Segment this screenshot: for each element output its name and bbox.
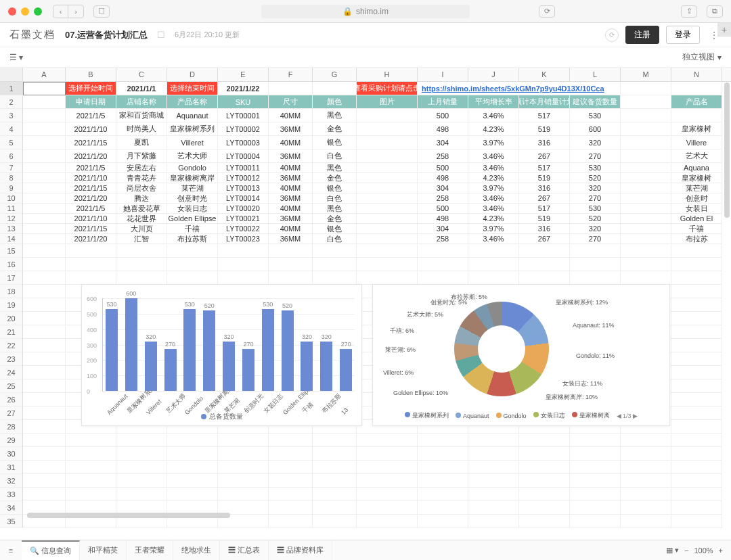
empty-cell[interactable] xyxy=(313,488,357,501)
data-cell[interactable] xyxy=(23,183,66,193)
col-header-F[interactable]: F xyxy=(269,68,313,81)
data-cell[interactable]: 大川页 xyxy=(116,224,167,234)
empty-cell[interactable] xyxy=(23,366,66,379)
data-cell[interactable]: 3.97% xyxy=(468,183,519,193)
sheet-tab[interactable]: 绝地求生 xyxy=(173,540,220,560)
data-cell[interactable]: 花花世界 xyxy=(116,214,167,224)
data-cell[interactable]: 304 xyxy=(418,136,468,149)
empty-cell[interactable] xyxy=(671,339,722,352)
data-cell[interactable] xyxy=(621,173,671,183)
data-cell[interactable]: 夏凯 xyxy=(116,136,167,149)
row-header[interactable]: 11 xyxy=(0,204,23,214)
empty-cell[interactable] xyxy=(313,244,357,258)
empty-cell[interactable] xyxy=(269,258,313,271)
data-cell[interactable]: 304 xyxy=(418,183,468,193)
row-header[interactable]: 4 xyxy=(0,122,23,136)
end-date-label[interactable]: 选择结束时间 xyxy=(167,82,218,95)
data-cell[interactable] xyxy=(23,163,66,173)
header-cell[interactable]: 尺寸 xyxy=(269,95,313,109)
purchase-plan-label[interactable]: 查看采购计划请点击 xyxy=(357,82,418,95)
empty-cell[interactable] xyxy=(23,325,66,339)
data-cell[interactable]: 尚层衣舍 xyxy=(116,183,167,193)
brand-logo[interactable]: 石墨文档 xyxy=(9,28,56,41)
empty-cell[interactable] xyxy=(218,271,269,285)
empty-cell[interactable] xyxy=(570,271,621,285)
empty-cell[interactable] xyxy=(621,515,671,528)
empty-cell[interactable] xyxy=(671,366,722,379)
empty-cell[interactable] xyxy=(671,434,722,447)
data-cell[interactable]: 320 xyxy=(570,136,621,149)
empty-cell[interactable] xyxy=(23,352,66,366)
data-cell[interactable]: LYT00022 xyxy=(218,224,269,234)
row-height-button[interactable]: ☰ ▾ xyxy=(9,53,23,62)
empty-cell[interactable] xyxy=(23,271,66,285)
data-cell[interactable]: 创意时 xyxy=(671,193,722,204)
row-header[interactable]: 9 xyxy=(0,183,23,193)
data-cell[interactable]: 安居左右 xyxy=(116,163,167,173)
vertical-scrollbar[interactable] xyxy=(724,83,730,218)
data-cell[interactable] xyxy=(23,109,66,122)
data-cell[interactable]: LYT00004 xyxy=(218,149,269,163)
empty-cell[interactable] xyxy=(418,434,468,447)
data-cell[interactable]: 517 xyxy=(519,204,570,214)
data-cell[interactable]: 40MM xyxy=(269,224,313,234)
data-cell[interactable]: 银色 xyxy=(313,136,357,149)
empty-cell[interactable] xyxy=(570,434,621,447)
data-cell[interactable] xyxy=(23,214,66,224)
data-cell[interactable]: 2021/1/5 xyxy=(66,163,116,173)
empty-cell[interactable] xyxy=(116,258,167,271)
data-cell[interactable]: 3.97% xyxy=(468,136,519,149)
data-cell[interactable]: 2021/1/15 xyxy=(66,224,116,234)
col-header-E[interactable]: E xyxy=(218,68,269,81)
empty-cell[interactable] xyxy=(23,474,66,488)
header-cell[interactable]: 图片 xyxy=(357,95,418,109)
data-cell[interactable] xyxy=(357,122,418,136)
data-cell[interactable]: LYT00011 xyxy=(218,163,269,173)
empty-cell[interactable] xyxy=(418,488,468,501)
data-cell[interactable]: 女装日 xyxy=(671,204,722,214)
data-cell[interactable]: 黑色 xyxy=(313,109,357,122)
data-cell[interactable]: 2021/1/10 xyxy=(66,214,116,224)
data-cell[interactable]: 530 xyxy=(570,204,621,214)
data-cell[interactable]: 267 xyxy=(519,193,570,204)
empty-cell[interactable] xyxy=(570,447,621,461)
data-cell[interactable] xyxy=(357,109,418,122)
data-cell[interactable]: 金色 xyxy=(313,122,357,136)
header-cell[interactable]: 产品名 xyxy=(671,95,722,109)
data-cell[interactable]: Golden El xyxy=(671,214,722,224)
empty-cell[interactable] xyxy=(167,258,218,271)
empty-cell[interactable] xyxy=(468,447,519,461)
data-cell[interactable]: 258 xyxy=(418,193,468,204)
data-cell[interactable]: 3.46% xyxy=(468,163,519,173)
empty-cell[interactable] xyxy=(468,488,519,501)
data-cell[interactable]: 黑色 xyxy=(313,204,357,214)
data-cell[interactable] xyxy=(671,109,722,122)
empty-cell[interactable] xyxy=(357,461,418,474)
empty-cell[interactable] xyxy=(621,434,671,447)
document-title[interactable]: 07.运营备货计划汇总 xyxy=(65,29,148,41)
empty-cell[interactable] xyxy=(357,501,418,515)
empty-cell[interactable] xyxy=(671,258,722,271)
empty-cell[interactable] xyxy=(218,434,269,447)
empty-cell[interactable] xyxy=(671,501,722,515)
empty-cell[interactable] xyxy=(519,474,570,488)
bookmark-icon[interactable]: ☐ xyxy=(157,30,165,40)
register-button[interactable]: 注册 xyxy=(625,26,659,44)
row-header[interactable]: 2 xyxy=(0,95,23,109)
empty-cell[interactable] xyxy=(357,271,418,285)
data-cell[interactable]: LYT00014 xyxy=(218,193,269,204)
col-header-H[interactable]: H xyxy=(357,68,418,81)
empty-cell[interactable] xyxy=(167,271,218,285)
data-cell[interactable]: 金色 xyxy=(313,173,357,183)
empty-cell[interactable] xyxy=(621,501,671,515)
empty-cell[interactable] xyxy=(167,447,218,461)
data-cell[interactable]: 36MM xyxy=(269,234,313,244)
data-cell[interactable]: 皇家橡树离岸 xyxy=(167,173,218,183)
row-header[interactable]: 13 xyxy=(0,224,23,234)
row-header[interactable]: 5 xyxy=(0,136,23,149)
data-cell[interactable] xyxy=(357,234,418,244)
empty-cell[interactable] xyxy=(357,434,418,447)
data-cell[interactable] xyxy=(23,173,66,183)
col-header-D[interactable]: D xyxy=(167,68,218,81)
row-header[interactable]: 24 xyxy=(0,366,23,379)
